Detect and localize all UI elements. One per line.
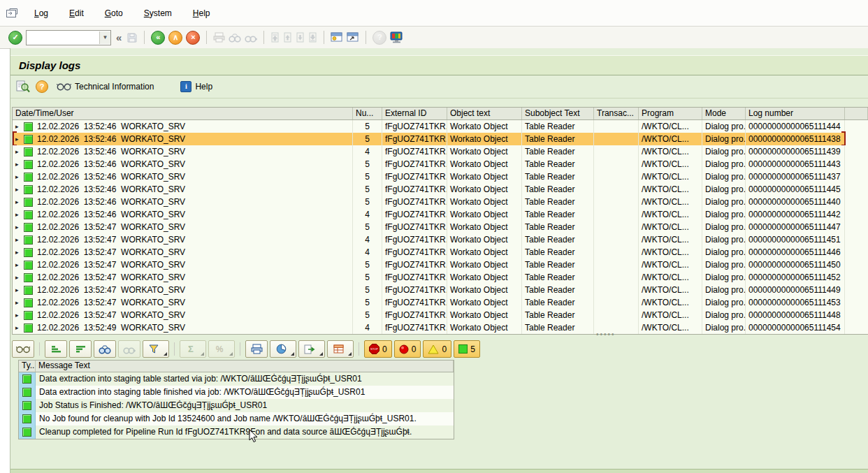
cancel-button[interactable]: × <box>186 31 200 45</box>
sum-button[interactable]: Σ <box>180 340 206 358</box>
log-column-header[interactable]: External ID <box>382 108 447 119</box>
session-menu-icon[interactable] <box>6 8 18 18</box>
message-row[interactable]: Data extraction into staging table start… <box>19 372 454 386</box>
log-row[interactable]: ▸12.02.2026 13:52:47 WORKATO_SRV5fFgUOZ7… <box>13 284 868 296</box>
log-cell: /WKTO/CL... <box>639 271 702 284</box>
log-row[interactable]: ▸12.02.2026 13:52:47 WORKATO_SRV5fFgUOZ7… <box>13 259 868 271</box>
collapse-command-field-icon[interactable]: « <box>115 31 123 43</box>
question-icon[interactable]: ? <box>36 80 48 93</box>
log-column-header[interactable]: Program <box>639 108 702 119</box>
error-count-button[interactable]: 0 <box>394 340 421 358</box>
message-row[interactable]: Data extraction into staging table finis… <box>19 386 454 399</box>
menu-item-log[interactable]: Log <box>25 6 57 20</box>
next-page-icon[interactable] <box>296 32 305 43</box>
log-row[interactable]: ▸12.02.2026 13:52:47 WORKATO_SRV5fFgUOZ7… <box>13 221 868 233</box>
enter-button[interactable]: ✓ <box>8 31 22 45</box>
expand-icon[interactable]: ▸ <box>15 321 20 334</box>
log-row[interactable]: ▸12.02.2026 13:52:46 WORKATO_SRV4fFgUOZ7… <box>13 145 868 158</box>
log-row[interactable]: ▸12.02.2026 13:52:46 WORKATO_SRV5fFgUOZ7… <box>13 183 868 196</box>
log-cell <box>594 233 639 246</box>
export-button[interactable] <box>298 340 325 358</box>
find-icon[interactable] <box>229 33 241 43</box>
expand-icon[interactable]: ▸ <box>15 120 20 133</box>
log-column-header[interactable]: Nu... <box>353 108 382 119</box>
expand-icon[interactable]: ▸ <box>15 259 20 271</box>
menu-item-system[interactable]: System <box>135 6 181 20</box>
expand-icon[interactable]: ▸ <box>15 296 20 309</box>
log-row[interactable]: ▸12.02.2026 13:52:46 WORKATO_SRV5fFgUOZ7… <box>13 196 868 208</box>
find-next-icon[interactable] <box>245 33 257 43</box>
expand-icon[interactable]: ▸ <box>15 208 20 221</box>
splitter[interactable]: ••••• <box>10 333 868 340</box>
expand-icon[interactable]: ▸ <box>15 170 20 183</box>
log-row[interactable]: ▸12.02.2026 13:52:47 WORKATO_SRV4fFgUOZ7… <box>13 233 868 246</box>
expand-icon[interactable]: ▸ <box>15 183 20 196</box>
expand-icon[interactable]: ▸ <box>15 133 20 145</box>
log-column-header[interactable]: Log number <box>746 108 845 119</box>
exit-button[interactable]: ∧ <box>168 31 182 45</box>
views-button[interactable] <box>270 340 296 358</box>
expand-icon[interactable]: ▸ <box>15 271 20 284</box>
filter-button[interactable] <box>143 340 169 358</box>
log-row[interactable]: ▸12.02.2026 13:52:46 WORKATO_SRV5fFgUOZ7… <box>13 120 868 133</box>
log-column-header[interactable]: Subobject Text <box>522 108 594 119</box>
last-page-icon[interactable] <box>308 32 317 43</box>
find-button[interactable] <box>94 340 116 358</box>
warning-count-button[interactable]: 0 <box>423 340 451 358</box>
sort-ascending-button[interactable] <box>45 340 67 358</box>
details-button[interactable] <box>12 340 34 358</box>
log-row[interactable]: ▸12.02.2026 13:52:47 WORKATO_SRV4fFgUOZ7… <box>13 246 868 259</box>
previous-page-icon[interactable] <box>283 32 292 43</box>
customize-layout-icon[interactable] <box>390 31 403 43</box>
menu-item-edit[interactable]: Edit <box>60 6 93 20</box>
message-row[interactable]: No Job found for cleanup with Job Id 135… <box>19 412 454 425</box>
log-row[interactable]: ▸12.02.2026 13:52:47 WORKATO_SRV5fFgUOZ7… <box>13 309 868 321</box>
save-icon[interactable] <box>126 32 138 43</box>
log-column-header[interactable]: Mode <box>702 108 746 119</box>
expand-icon[interactable]: ▸ <box>15 158 20 170</box>
find-next-button[interactable] <box>118 340 140 358</box>
log-row[interactable]: ▸12.02.2026 13:52:47 WORKATO_SRV5fFgUOZ7… <box>13 271 868 284</box>
expand-icon[interactable]: ▸ <box>15 145 20 158</box>
expand-icon[interactable]: ▸ <box>15 309 20 321</box>
log-row[interactable]: ▸12.02.2026 13:52:46 WORKATO_SRV5fFgUOZ7… <box>13 133 868 145</box>
expand-icon[interactable]: ▸ <box>15 221 20 233</box>
sort-descending-button[interactable] <box>69 340 92 358</box>
message-column-header[interactable]: Ty... <box>19 361 36 372</box>
expand-icon[interactable]: ▸ <box>15 196 20 208</box>
new-session-icon[interactable] <box>331 32 343 43</box>
log-column-header[interactable]: Date/Time/User <box>13 108 353 119</box>
stop-count-button[interactable]: STOP 0 <box>364 340 392 358</box>
display-log-details-icon[interactable] <box>16 80 30 93</box>
layout-button[interactable] <box>327 340 354 358</box>
menu-item-help[interactable]: Help <box>184 6 219 20</box>
message-column-header[interactable]: Message Text <box>36 361 454 372</box>
expand-icon[interactable]: ▸ <box>15 246 20 259</box>
menu-item-goto[interactable]: Goto <box>96 6 132 20</box>
log-row[interactable]: ▸12.02.2026 13:52:46 WORKATO_SRV5fFgUOZ7… <box>13 170 868 183</box>
log-column-header[interactable]: Object text <box>447 108 522 119</box>
expand-icon[interactable]: ▸ <box>15 233 20 246</box>
percentage-button[interactable]: % <box>208 340 235 358</box>
message-row[interactable]: Job Status is Finished: /WKTO/āШŒĠčǵɥƎȚį… <box>19 399 454 412</box>
technical-information-button[interactable]: Technical Information <box>54 80 157 93</box>
command-field[interactable] <box>27 31 99 44</box>
log-row[interactable]: ▸12.02.2026 13:52:46 WORKATO_SRV4fFgUOZ7… <box>13 208 868 221</box>
splitter-handle-icon[interactable]: ••••• <box>596 330 616 338</box>
print-icon[interactable] <box>213 32 225 43</box>
help-button[interactable]: i Help <box>178 80 215 94</box>
log-row[interactable]: ▸12.02.2026 13:52:47 WORKATO_SRV5fFgUOZ7… <box>13 296 868 309</box>
help-icon[interactable]: ? <box>372 31 386 45</box>
log-column-header[interactable]: Transac... <box>594 108 639 119</box>
success-count-button[interactable]: 5 <box>454 340 480 358</box>
log-row[interactable]: ▸12.02.2026 13:52:46 WORKATO_SRV5fFgUOZ7… <box>13 158 868 170</box>
print-button[interactable] <box>245 340 268 358</box>
command-field-dropdown-icon[interactable]: ▼ <box>99 31 110 44</box>
create-shortcut-icon[interactable] <box>347 32 359 43</box>
export-icon <box>304 344 315 354</box>
first-page-icon[interactable] <box>270 32 280 43</box>
back-button[interactable]: « <box>151 31 165 45</box>
log-row[interactable]: ▸12.02.2026 13:52:49 WORKATO_SRV4fFgUOZ7… <box>13 321 868 334</box>
expand-icon[interactable]: ▸ <box>15 284 20 296</box>
message-row[interactable]: Cleanup completed for Pipeline Run Id fF… <box>19 425 454 439</box>
